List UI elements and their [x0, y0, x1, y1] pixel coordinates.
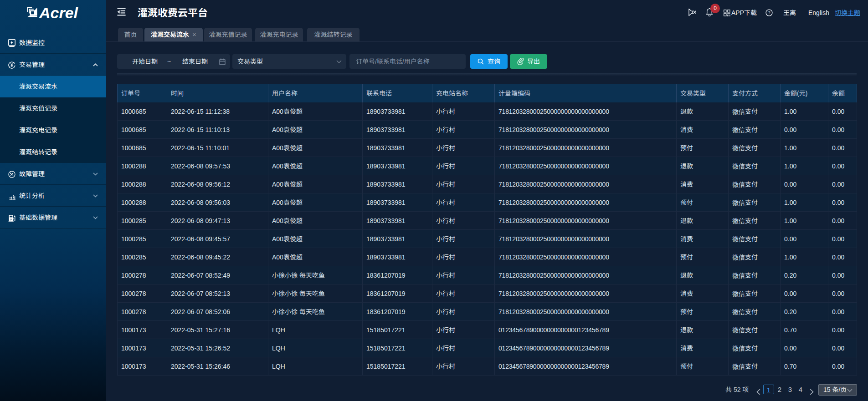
svg-text:?: ? [768, 10, 770, 15]
